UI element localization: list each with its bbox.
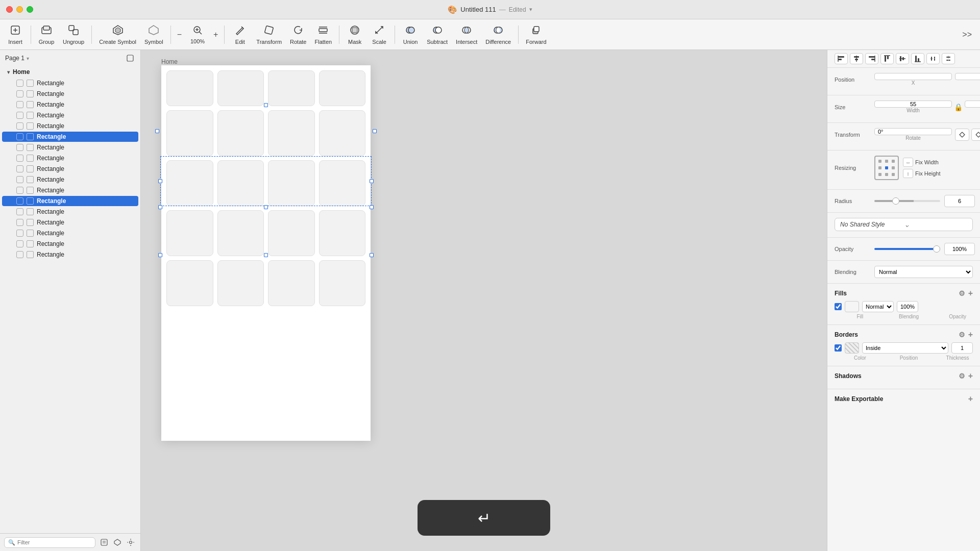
fix-width-btn[interactable]: ↔ Fix Width: [903, 158, 941, 167]
grid-cell[interactable]: [166, 70, 213, 106]
align-left-btn[interactable]: [835, 53, 848, 64]
transform-btn[interactable]: Transform: [253, 22, 285, 47]
opacity-input[interactable]: [944, 243, 975, 255]
layer-item[interactable]: Rectangle: [2, 174, 138, 185]
grid-cell[interactable]: [217, 70, 264, 106]
fills-gear-icon[interactable]: ⚙: [959, 289, 965, 297]
layer-checkbox[interactable]: [16, 101, 23, 108]
borders-add-icon[interactable]: +: [968, 330, 973, 339]
layer-checkbox[interactable]: [16, 208, 23, 215]
layer-item[interactable]: Rectangle: [2, 228, 138, 238]
edit-btn[interactable]: Edit: [229, 22, 251, 47]
layer-group-home[interactable]: ▾ Home: [0, 66, 140, 78]
forward-btn[interactable]: Forward: [523, 22, 549, 47]
grid-cell[interactable]: [268, 70, 315, 106]
artboard[interactable]: [161, 65, 371, 441]
add-page-btn[interactable]: [125, 53, 135, 63]
symbol-btn[interactable]: Symbol: [141, 22, 166, 47]
shared-style-selector[interactable]: No Shared Style ⌄: [835, 218, 973, 231]
grid-cell[interactable]: [166, 210, 213, 256]
grid-cell[interactable]: [166, 260, 213, 306]
layers-view-btn[interactable]: [99, 537, 110, 548]
search-input[interactable]: [17, 539, 91, 545]
mask-btn[interactable]: Mask: [344, 22, 366, 47]
rotate-btn[interactable]: Rotate: [287, 22, 309, 47]
create-symbol-btn[interactable]: Create Symbol: [96, 22, 139, 47]
fill-blend-select[interactable]: Normal: [862, 301, 894, 312]
shadows-add-icon[interactable]: +: [968, 371, 973, 381]
layer-checkbox[interactable]: [16, 122, 23, 130]
layer-checkbox[interactable]: [16, 176, 23, 183]
align-middle-btn[interactable]: [896, 53, 909, 64]
distribute-v-btn[interactable]: [942, 53, 955, 64]
border-color-swatch[interactable]: [845, 342, 859, 354]
border-thickness-input[interactable]: [951, 342, 973, 354]
align-bottom-btn[interactable]: [911, 53, 924, 64]
layer-item[interactable]: Rectangle: [2, 185, 138, 195]
exportable-add-icon[interactable]: +: [968, 394, 973, 404]
align-top-btn[interactable]: [880, 53, 894, 64]
scale-btn[interactable]: Scale: [368, 22, 390, 47]
layer-item[interactable]: Rectangle: [2, 207, 138, 217]
layer-item[interactable]: Rectangle: [2, 153, 138, 163]
grid-cell[interactable]: [319, 260, 366, 306]
zoom-out-btn[interactable]: −: [175, 29, 184, 40]
grid-cell[interactable]: [217, 110, 264, 156]
layer-checkbox[interactable]: [16, 90, 23, 97]
intersect-btn[interactable]: Intersect: [453, 22, 480, 47]
settings-view-btn[interactable]: [125, 537, 136, 548]
union-btn[interactable]: Union: [399, 22, 422, 47]
ungroup-btn[interactable]: Ungroup: [60, 22, 87, 47]
layer-checkbox[interactable]: [16, 155, 23, 162]
difference-btn[interactable]: Difference: [482, 22, 514, 47]
grid-cell-selected[interactable]: [217, 160, 264, 206]
layer-item[interactable]: Rectangle: [2, 217, 138, 228]
layer-checkbox[interactable]: [16, 251, 23, 258]
layer-item[interactable]: Rectangle: [2, 99, 138, 110]
layer-item[interactable]: Rectangle: [2, 164, 138, 174]
subtract-btn[interactable]: Subtract: [424, 22, 451, 47]
fix-height-btn[interactable]: ↕ Fix Height: [903, 169, 941, 178]
layer-checkbox[interactable]: [16, 165, 23, 172]
grid-cell-selected[interactable]: [268, 160, 315, 206]
width-input[interactable]: [874, 101, 952, 108]
flip-v-btn[interactable]: [971, 129, 980, 141]
layer-item[interactable]: Rectangle: [2, 78, 138, 88]
fill-enabled-checkbox[interactable]: [835, 303, 842, 310]
insert-btn[interactable]: Insert: [4, 22, 27, 47]
position-y-input[interactable]: [955, 73, 980, 80]
lock-ratio-btn[interactable]: 🔒: [954, 103, 963, 111]
grid-cell[interactable]: [217, 210, 264, 256]
blending-select[interactable]: Normal Multiply Screen Overlay: [874, 266, 973, 278]
close-button[interactable]: [6, 6, 13, 13]
radius-slider[interactable]: [874, 200, 940, 202]
layer-checkbox[interactable]: [16, 112, 23, 119]
layer-checkbox[interactable]: [16, 144, 23, 151]
layer-item[interactable]: Rectangle: [2, 142, 138, 153]
border-position-select[interactable]: Inside Outside Center: [862, 342, 948, 354]
layer-checkbox[interactable]: [16, 133, 23, 140]
layer-checkbox[interactable]: [16, 80, 23, 87]
group-btn[interactable]: Group: [35, 22, 58, 47]
align-right-btn[interactable]: [865, 53, 878, 64]
layer-checkbox[interactable]: [16, 230, 23, 237]
radius-input[interactable]: [944, 195, 975, 207]
layer-item-selected[interactable]: Rectangle: [2, 196, 138, 206]
borders-gear-icon[interactable]: ⚙: [959, 331, 965, 339]
layer-checkbox[interactable]: [16, 197, 23, 205]
fill-opacity-input[interactable]: [897, 301, 918, 312]
grid-cell[interactable]: [319, 110, 366, 156]
grid-cell-selected[interactable]: [166, 160, 213, 206]
fill-color-swatch[interactable]: [845, 301, 859, 312]
layer-checkbox[interactable]: [16, 187, 23, 194]
more-btn[interactable]: >>: [962, 30, 976, 39]
layer-item[interactable]: Rectangle: [2, 239, 138, 249]
layer-item[interactable]: Rectangle: [2, 121, 138, 131]
rotate-input[interactable]: [874, 128, 952, 135]
return-overlay[interactable]: ↵: [418, 500, 550, 536]
grid-cell[interactable]: [268, 110, 315, 156]
grid-cell[interactable]: [217, 260, 264, 306]
layer-checkbox[interactable]: [16, 219, 23, 226]
fullscreen-button[interactable]: [27, 6, 33, 13]
grid-cell-selected[interactable]: [319, 160, 366, 206]
